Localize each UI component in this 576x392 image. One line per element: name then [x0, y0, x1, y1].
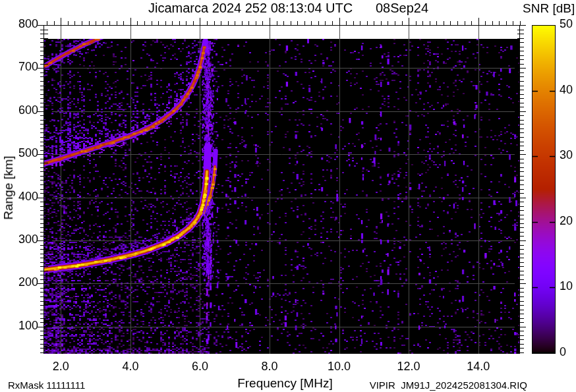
- ionogram-plot-canvas: [0, 0, 576, 392]
- x-tick-label: 14.0: [452, 360, 505, 373]
- y-tick-label: 800: [0, 18, 38, 32]
- y-tick-label: 100: [0, 320, 38, 334]
- y-tick-label: 600: [0, 104, 38, 119]
- x-tick-label: 2.0: [34, 360, 87, 373]
- colorbar-tick-label: 30: [560, 149, 573, 161]
- colorbar-tick-label: 0: [560, 346, 566, 358]
- rx-mask-label: RxMask 11111111: [8, 380, 85, 391]
- colorbar-title: SNR [dB]: [523, 2, 574, 15]
- x-tick-label: 10.0: [313, 360, 366, 373]
- x-tick-label: 8.0: [243, 360, 296, 373]
- x-axis-title: Frequency [MHz]: [217, 377, 353, 390]
- plot-date: 08Sep24: [376, 1, 428, 15]
- y-tick-label: 500: [0, 147, 38, 161]
- ionogram-figure: Jicamarca 2024 252 08:13:04 UTC 08Sep24 …: [0, 0, 576, 392]
- plot-title: Jicamarca 2024 252 08:13:04 UTC: [148, 1, 353, 15]
- colorbar-tick-label: 50: [560, 18, 573, 30]
- x-tick-label: 4.0: [104, 360, 157, 373]
- y-tick-label: 400: [0, 190, 38, 205]
- y-axis-title: Range [km]: [2, 155, 15, 219]
- data-file-label: VIPIR JM91J_2024252081304.RIQ: [366, 380, 527, 391]
- y-tick-label: 300: [0, 233, 38, 248]
- y-tick-label: 200: [0, 276, 38, 291]
- colorbar-tick-label: 10: [560, 280, 573, 293]
- x-tick-label: 12.0: [382, 360, 435, 373]
- colorbar-tick-label: 40: [560, 84, 573, 96]
- x-tick-label: 6.0: [173, 360, 226, 373]
- y-tick-label: 700: [0, 61, 38, 75]
- colorbar-tick-label: 20: [560, 215, 573, 227]
